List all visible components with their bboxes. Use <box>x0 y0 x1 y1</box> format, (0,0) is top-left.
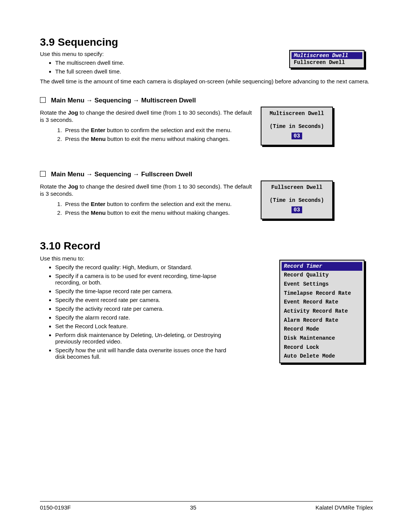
value-box-header: Multiscreen Dwell <box>265 110 328 117</box>
footer-rule <box>40 501 373 502</box>
page: Multiscreen Dwell Fullscreen Dwell 3.9 S… <box>0 0 411 532</box>
value-box-label: (Time in Seconds) <box>265 197 328 203</box>
bullet: Specify the activity record rate per cam… <box>55 305 230 312</box>
sub1-body: Rotate the Jog to change the desired dwe… <box>40 107 253 145</box>
menu-item-alarm-record-rate: Alarm Record Rate <box>282 316 362 325</box>
checkbox-icon <box>40 97 46 103</box>
footer-doc-number: 0150-0193F <box>40 504 71 511</box>
menu-item-fullscreen-dwell: Fullscreen Dwell <box>292 59 362 66</box>
intro-record: Use this menu to: <box>40 255 230 262</box>
dwell-explanation: The dwell time is the amount of time eac… <box>40 78 373 85</box>
step: Press the Enter button to confirm the se… <box>64 127 253 133</box>
bullet: The full screen dwell time. <box>55 68 373 75</box>
bullet: Specify the record quality: High, Medium… <box>55 264 230 270</box>
sub2-body: Rotate the Jog to change the desired dwe… <box>40 181 253 219</box>
bullet: Specify how the unit will handle data ov… <box>55 347 230 360</box>
bullets-record: Specify the record quality: High, Medium… <box>40 264 230 360</box>
subheading-fullscreen-dwell: Main Menu → Sequencing → Fullscreen Dwel… <box>40 171 373 178</box>
step: Press the Menu button to exit the menu w… <box>64 209 253 216</box>
step: Press the Enter button to confirm the se… <box>64 201 253 207</box>
heading-record: 3.10 Record <box>40 240 373 252</box>
menu-item-record-mode: Record Mode <box>282 325 362 334</box>
checkbox-icon <box>40 171 46 177</box>
footer-page-number: 35 <box>190 504 196 511</box>
menu-item-disk-maintenance: Disk Maintenance <box>282 334 362 343</box>
menu-item-multiscreen-dwell: Multiscreen Dwell <box>292 52 362 59</box>
fullscreen-dwell-value-box: Fullscreen Dwell (Time in Seconds) 03 <box>261 181 333 219</box>
menu-item-auto-delete-mode: Auto Delete Mode <box>282 352 362 361</box>
bullet: Specify if a camera is to be used for ev… <box>55 273 230 286</box>
subheading-multiscreen-dwell: Main Menu → Sequencing → Multiscreen Dwe… <box>40 97 373 104</box>
menu-item-activity-record-rate: Activity Record Rate <box>282 307 362 316</box>
menu-item-event-settings: Event Settings <box>282 280 362 289</box>
heading-sequencing: 3.9 Sequencing <box>40 36 373 48</box>
menu-item-record-quality: Record Quality <box>282 271 362 280</box>
menu-item-record-timer: Record Timer <box>282 262 362 271</box>
multiscreen-dwell-value-box: Multiscreen Dwell (Time in Seconds) 03 <box>261 107 333 145</box>
footer-product: Kalatel DVMRe Triplex <box>315 504 373 511</box>
bullet: Perform disk maintenance by Deleting, Un… <box>55 332 230 345</box>
sequencing-menu-box: Multiscreen Dwell Fullscreen Dwell <box>289 50 365 68</box>
record-left-col: Use this menu to: Specify the record qua… <box>40 254 230 363</box>
menu-item-timelapse-record-rate: Timelapse Record Rate <box>282 289 362 298</box>
value-box-header: Fullscreen Dwell <box>265 184 328 190</box>
bullet: Set the Record Lock feature. <box>55 323 230 329</box>
value-box-value: 03 <box>292 206 303 213</box>
menu-item-event-record-rate: Event Record Rate <box>282 298 362 307</box>
menu-item-record-lock: Record Lock <box>282 343 362 352</box>
bullet: Specify the alarm record rate. <box>55 314 230 321</box>
bullet: Specify the event record rate per camera… <box>55 297 230 303</box>
value-box-label: (Time in Seconds) <box>265 123 328 129</box>
page-footer: 0150-0193F 35 Kalatel DVMRe Triplex <box>40 504 373 511</box>
record-menu-box: Record Timer Record Quality Event Settin… <box>279 260 365 364</box>
bullet: Specify the time-lapse record rate per c… <box>55 288 230 294</box>
value-box-value: 03 <box>292 133 303 139</box>
step: Press the Menu button to exit the menu w… <box>64 136 253 142</box>
